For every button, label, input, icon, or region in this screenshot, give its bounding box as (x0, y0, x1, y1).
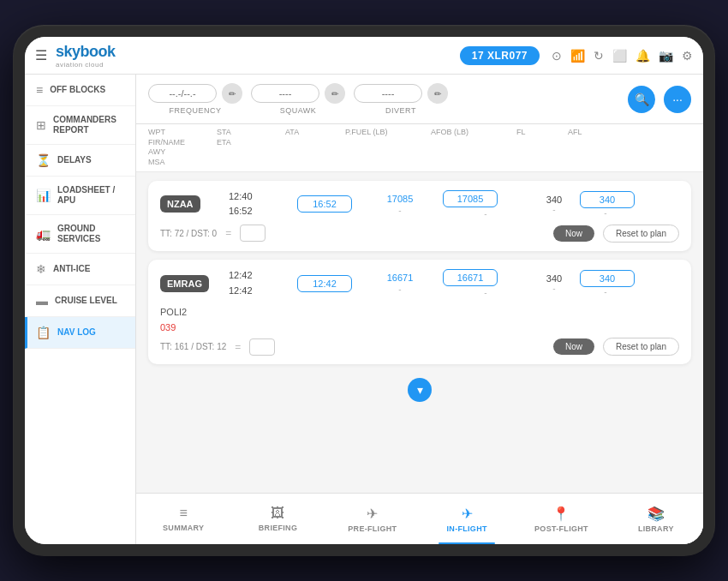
briefing-icon: 🖼 (271, 506, 284, 521)
tab-post-flight[interactable]: 📍 POST-FLIGHT (514, 494, 608, 544)
tab-label-briefing: BRIEFING (259, 524, 297, 532)
flight-id-badge[interactable]: 17 XLR077 (460, 46, 540, 65)
reset-btn-nzaa[interactable]: Reset to plan (603, 225, 679, 243)
th-wpt: WPTFIR/NAMEAWYMSA (148, 128, 217, 168)
expand-button[interactable]: ▾ (408, 378, 432, 402)
sidebar-item-cruise-level[interactable]: ▬ CRUISE LEVEL (25, 285, 135, 317)
hamburger-icon[interactable]: ☰ (35, 47, 47, 63)
summary-icon: ≡ (179, 506, 187, 521)
logo-sub: aviation cloud (56, 61, 116, 69)
sidebar-item-commanders-report[interactable]: ⊞ COMMANDERSREPORT (25, 106, 135, 145)
control-bar: --.-/--.- ✏ FREQUENCY ---- ✏ SQUAWK (136, 75, 703, 124)
tab-label-in-flight: IN-FLIGHT (447, 524, 487, 533)
wifi-icon[interactable]: 📶 (570, 49, 585, 63)
settings-icon[interactable]: ⚙ (682, 49, 693, 63)
reset-btn-emrag[interactable]: Reset to plan (603, 338, 679, 356)
fl-emrag: 340 - (528, 273, 580, 293)
tab-in-flight[interactable]: ✈ IN-FLIGHT (420, 494, 514, 544)
frequency-label: FREQUENCY (169, 106, 221, 115)
waypoint-emrag: EMRAG (160, 275, 229, 292)
more-button[interactable]: ··· (664, 86, 691, 113)
nav-rows: NZAA 12:40 16:52 16:52 17085 - (136, 172, 703, 493)
frequency-pill[interactable]: --.-/--.- (148, 84, 217, 103)
tab-pre-flight[interactable]: ✈ PRE-FLIGHT (325, 494, 420, 544)
emrag-sub-poli2: POLI2 (160, 307, 187, 317)
sidebar-item-delays[interactable]: ⏳ DELAYS (25, 145, 135, 177)
tablet-screen: ☰ skybook aviation cloud 17 XLR077 ⊙ 📶 ↻… (25, 37, 703, 544)
squawk-edit-btn[interactable]: ✏ (325, 83, 345, 104)
table-header: WPTFIR/NAMEAWYMSA STAETA ATA P.FUEL (lb)… (136, 124, 703, 172)
content-area: --.-/--.- ✏ FREQUENCY ---- ✏ SQUAWK (136, 75, 703, 544)
emrag-sub-red: 039 (160, 322, 176, 332)
tab-label-pre-flight: PRE-FLIGHT (348, 524, 397, 533)
nav-card-emrag: EMRAG 12:42 12:42 12:42 16671 (148, 260, 691, 364)
frequency-edit-btn[interactable]: ✏ (222, 83, 242, 104)
sidebar-label-delays: DELAYS (57, 155, 92, 165)
now-btn-nzaa[interactable]: Now (553, 225, 594, 242)
waypoint-nzaa: NZAA (160, 195, 229, 213)
nav-log-icon: 📋 (36, 326, 51, 339)
sidebar-label-ground: GROUNDSERVICES (57, 224, 100, 244)
time-nzaa: 12:40 16:52 (229, 189, 297, 219)
afl-emrag: 340 - (580, 270, 631, 296)
main-layout: ≡ OFF BLOCKS ⊞ COMMANDERSREPORT ⏳ DELAYS… (25, 75, 703, 544)
sidebar-label-off-blocks: OFF BLOCKS (50, 85, 105, 95)
squawk-label: SQUAWK (280, 106, 317, 115)
th-pfuel: P.FUEL (lb) (345, 128, 431, 168)
th-afl: AFL (568, 128, 619, 168)
commanders-icon: ⊞ (36, 118, 46, 132)
divert-input-area: ---- ✏ (354, 83, 448, 104)
loadsheet-icon: 📊 (36, 189, 51, 202)
tablet-shell: ☰ skybook aviation cloud 17 XLR077 ⊙ 📶 ↻… (13, 25, 715, 556)
sidebar-label-commanders: COMMANDERSREPORT (53, 115, 116, 135)
pfuel-emrag: 16671 - (357, 273, 443, 294)
sidebar-item-off-blocks[interactable]: ≡ OFF BLOCKS (25, 75, 135, 106)
sidebar-item-nav-log[interactable]: 📋 NAV LOG (25, 317, 135, 349)
squawk-input-area: ---- ✏ (251, 83, 345, 104)
tt-nzaa: TT: 72 / DST: 0 (160, 229, 217, 238)
tablet-icon[interactable]: ⬜ (612, 49, 627, 63)
tab-library[interactable]: 📚 LIBRARY (609, 494, 703, 544)
tab-briefing[interactable]: 🖼 BRIEFING (230, 494, 325, 544)
library-icon: 📚 (647, 506, 665, 522)
divert-label: DIVERT (385, 106, 416, 115)
frequency-input-area: --.-/--.- ✏ (148, 83, 242, 104)
afob-nzaa: 17085 - (443, 190, 528, 219)
sidebar-item-anti-ice[interactable]: ❄ ANTI-ICE (25, 254, 135, 285)
bottom-tabs: ≡ SUMMARY 🖼 BRIEFING ✈ PRE-FLIGHT ✈ IN-F… (136, 493, 703, 544)
sidebar-label-cruise: CRUISE LEVEL (55, 296, 117, 306)
notifications-icon[interactable]: ⊙ (552, 49, 562, 63)
tab-label-post-flight: POST-FLIGHT (534, 524, 588, 533)
squawk-group: ---- ✏ SQUAWK (251, 83, 345, 115)
nav-card-sub-nzaa: TT: 72 / DST: 0 = Now Reset to plan (160, 225, 679, 243)
ata-emrag[interactable]: 12:42 (297, 275, 357, 292)
sidebar-label-nav-log: NAV LOG (57, 327, 96, 338)
pre-flight-icon: ✈ (367, 506, 378, 522)
off-blocks-icon: ≡ (36, 83, 43, 97)
th-sta: STAETA (217, 128, 285, 168)
post-flight-icon: 📍 (552, 506, 570, 522)
divert-edit-btn[interactable]: ✏ (427, 83, 448, 104)
now-btn-emrag[interactable]: Now (553, 338, 594, 355)
camera-icon[interactable]: 📷 (659, 49, 673, 63)
squawk-pill[interactable]: ---- (251, 84, 319, 103)
divert-group: ---- ✏ DIVERT (354, 83, 448, 115)
tab-summary[interactable]: ≡ SUMMARY (136, 494, 230, 544)
nav-card-main-nzaa: NZAA 12:40 16:52 16:52 17085 - (160, 189, 679, 219)
search-button[interactable]: 🔍 (628, 86, 655, 113)
ata-nzaa[interactable]: 16:52 (297, 195, 357, 213)
sidebar-item-ground-services[interactable]: 🚛 GROUNDSERVICES (25, 215, 135, 254)
nav-card-sub-emrag: TT: 161 / DST: 12 = Now Reset to plan (160, 338, 679, 356)
bell-icon[interactable]: 🔔 (636, 49, 650, 63)
logo-area: skybook aviation cloud (56, 43, 116, 69)
sidebar-label-anti-ice: ANTI-ICE (53, 264, 90, 274)
th-afob: AFOB (lb) (431, 128, 516, 168)
logo-text: skybook (56, 43, 116, 61)
sidebar-item-loadsheet[interactable]: 📊 LOADSHEET /APU (25, 177, 135, 215)
th-fl: FL (516, 128, 568, 168)
sync-icon[interactable]: ↻ (594, 49, 604, 63)
in-flight-icon: ✈ (462, 506, 473, 522)
tt-emrag: TT: 161 / DST: 12 (160, 342, 226, 351)
tab-label-summary: SUMMARY (163, 524, 204, 532)
divert-pill[interactable]: ---- (354, 84, 422, 103)
